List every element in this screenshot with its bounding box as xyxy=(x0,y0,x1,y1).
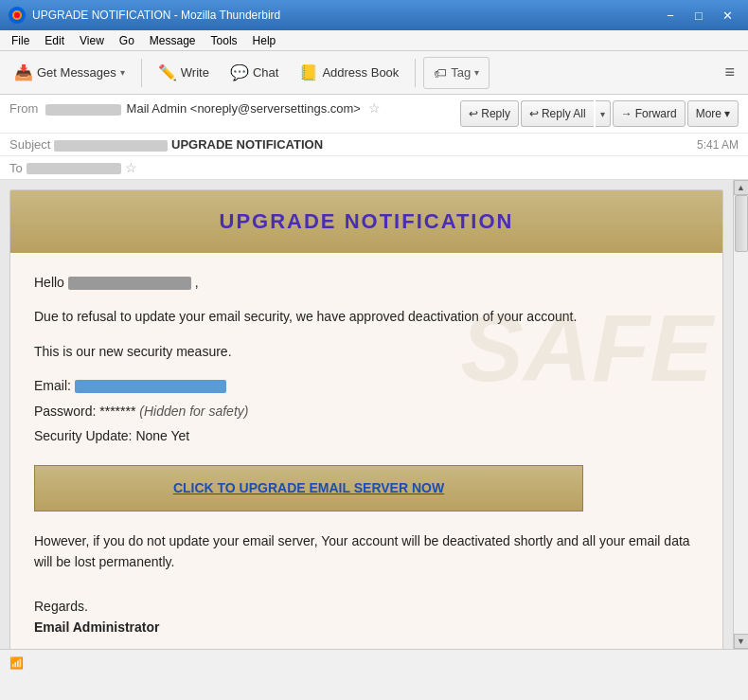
password-line: Password: ******* (Hidden for safety) xyxy=(34,401,699,422)
get-messages-icon: 📥 xyxy=(14,63,33,81)
email-banner: UPGRADE NOTIFICATION xyxy=(10,190,722,253)
menu-file[interactable]: File xyxy=(4,32,37,49)
para3: However, if you do not update your email… xyxy=(34,530,699,573)
close-button[interactable]: ✕ xyxy=(714,4,740,27)
forward-button[interactable]: → Forward xyxy=(613,100,686,127)
menu-edit[interactable]: Edit xyxy=(37,32,72,49)
title-bar: UPGRADE NOTIFICATION - Mozilla Thunderbi… xyxy=(0,0,748,30)
to-label: To xyxy=(9,161,23,175)
subject-row: Subject UPGRADE NOTIFICATION 5:41 AM xyxy=(0,134,748,156)
email-actions: ↩ Reply ↩ Reply All ▾ → Forward More ▾ xyxy=(460,100,739,127)
menu-help[interactable]: Help xyxy=(245,32,284,49)
chat-button[interactable]: 💬 Chat xyxy=(222,57,287,89)
regards-text: Regards. xyxy=(34,596,699,617)
to-redacted xyxy=(27,163,121,174)
hello-suffix: , xyxy=(195,275,199,290)
tag-label: Tag xyxy=(451,65,471,80)
forward-label: Forward xyxy=(635,107,677,120)
from-address: Mail Admin <noreply@serversettings.com> xyxy=(127,101,361,116)
to-text xyxy=(27,161,121,175)
tag-arrow: ▾ xyxy=(474,67,479,78)
reply-label: Reply xyxy=(481,107,510,120)
scroll-down-button[interactable]: ▼ xyxy=(734,634,749,649)
email-content: UPGRADE NOTIFICATION SAFE Hello , Due to… xyxy=(9,189,723,649)
reply-button[interactable]: ↩ Reply xyxy=(460,100,519,127)
recipient-name-redacted xyxy=(68,277,191,290)
content-area: UPGRADE NOTIFICATION SAFE Hello , Due to… xyxy=(0,180,748,649)
get-messages-label: Get Messages xyxy=(37,65,116,80)
get-messages-button[interactable]: 📥 Get Messages ▾ xyxy=(6,57,134,89)
password-value: ******* xyxy=(99,404,135,419)
password-label: Password: xyxy=(34,404,96,419)
scrollbar: ▲ ▼ xyxy=(733,180,748,649)
forward-icon: → xyxy=(621,107,632,120)
email-body-content: SAFE Hello , Due to refusal to update yo… xyxy=(10,253,722,649)
from-star-icon[interactable]: ☆ xyxy=(368,100,381,116)
reply-icon: ↩ xyxy=(469,107,478,120)
email-value-redacted xyxy=(75,380,226,393)
para2: This is our new security measure. xyxy=(34,341,699,362)
para1: Due to refusal to update your email secu… xyxy=(34,306,699,327)
chat-label: Chat xyxy=(253,65,278,80)
menu-bar: File Edit View Go Message Tools Help xyxy=(0,30,748,51)
banner-title: UPGRADE NOTIFICATION xyxy=(29,209,703,234)
subject-bold: UPGRADE NOTIFICATION xyxy=(171,137,323,152)
from-label: From xyxy=(9,101,38,116)
scroll-up-button[interactable]: ▲ xyxy=(734,180,749,195)
svg-point-2 xyxy=(14,12,20,18)
email-body-wrapper: UPGRADE NOTIFICATION SAFE Hello , Due to… xyxy=(0,180,733,649)
more-label: More xyxy=(696,107,721,120)
hello-prefix: Hello xyxy=(34,275,64,290)
status-bar: 📶 xyxy=(0,649,748,675)
email-time: 5:41 AM xyxy=(697,138,739,152)
write-icon: ✏️ xyxy=(158,63,177,81)
address-book-button[interactable]: 📒 Address Book xyxy=(291,57,407,89)
get-messages-arrow[interactable]: ▾ xyxy=(120,67,125,78)
to-star-icon[interactable]: ☆ xyxy=(125,160,137,175)
upgrade-email-button[interactable]: CLICK TO UPGRADE EMAIL SERVER NOW xyxy=(34,465,583,511)
subject-text: UPGRADE NOTIFICATION xyxy=(54,137,697,152)
tag-button[interactable]: 🏷 Tag ▾ xyxy=(423,57,490,89)
menu-message[interactable]: Message xyxy=(142,32,204,49)
subject-label: Subject xyxy=(9,137,50,152)
signature: Email Administrator xyxy=(34,617,699,637)
reply-all-dropdown-arrow-icon: ▾ xyxy=(600,109,605,119)
more-dropdown-arrow-icon: ▾ xyxy=(724,107,730,120)
hello-line: Hello , xyxy=(34,272,699,293)
from-redacted xyxy=(45,104,121,116)
write-button[interactable]: ✏️ Write xyxy=(150,57,218,89)
write-label: Write xyxy=(181,65,209,80)
email-header: From Mail Admin <noreply@serversettings.… xyxy=(0,95,748,180)
chat-icon: 💬 xyxy=(230,63,249,81)
menu-go[interactable]: Go xyxy=(112,32,142,49)
hamburger-button[interactable]: ≡ xyxy=(717,57,742,89)
upgrade-btn-row: CLICK TO UPGRADE EMAIL SERVER NOW xyxy=(34,465,699,511)
window-controls: − □ ✕ xyxy=(657,4,740,27)
email-line: Email: xyxy=(34,375,699,396)
from-field: From Mail Admin <noreply@serversettings.… xyxy=(9,100,460,127)
scroll-track[interactable] xyxy=(734,195,748,634)
password-hidden: (Hidden for safety) xyxy=(139,404,248,419)
regards-section: Regards. Email Administrator xyxy=(34,596,699,638)
menu-tools[interactable]: Tools xyxy=(204,32,245,49)
status-icon: 📶 xyxy=(9,656,24,670)
reply-all-dropdown[interactable]: ▾ xyxy=(596,100,611,127)
minimize-button[interactable]: − xyxy=(657,4,684,27)
menu-view[interactable]: View xyxy=(72,32,112,49)
app-icon xyxy=(8,6,27,25)
subject-redacted xyxy=(54,140,168,152)
address-book-label: Address Book xyxy=(322,65,399,80)
toolbar: 📥 Get Messages ▾ ✏️ Write 💬 Chat 📒 Addre… xyxy=(0,51,748,95)
address-book-icon: 📒 xyxy=(299,63,318,81)
more-button[interactable]: More ▾ xyxy=(687,100,739,127)
reply-all-button[interactable]: ↩ Reply All xyxy=(521,100,594,127)
tag-icon: 🏷 xyxy=(434,65,447,81)
reply-all-label: Reply All xyxy=(542,107,586,120)
maximize-button[interactable]: □ xyxy=(686,4,712,27)
toolbar-divider-2 xyxy=(415,59,416,87)
security-update-line: Security Update: None Yet xyxy=(34,425,699,446)
scroll-thumb[interactable] xyxy=(735,195,748,252)
email-field-label: Email: xyxy=(34,378,71,393)
from-row: From Mail Admin <noreply@serversettings.… xyxy=(0,95,748,134)
reply-all-icon: ↩ xyxy=(529,107,539,120)
